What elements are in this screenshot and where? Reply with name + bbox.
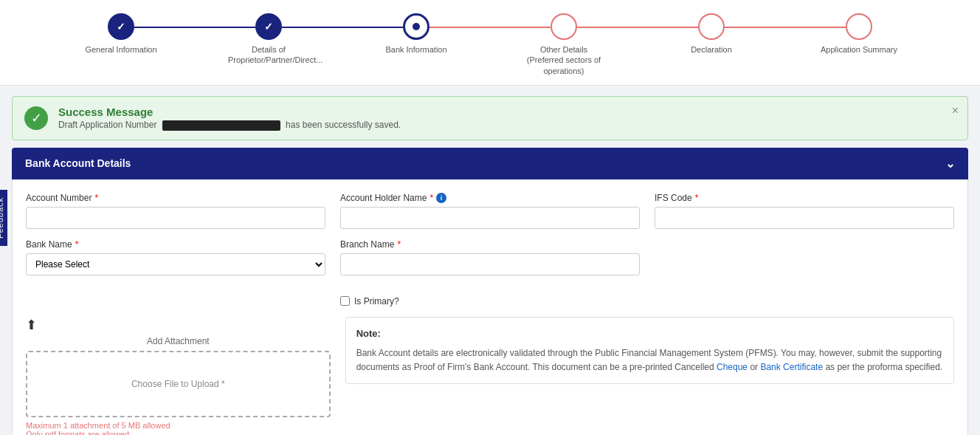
attach-note1: Maximum 1 attachment of 5 MB allowed Onl…: [26, 421, 331, 435]
step-label-3: Bank Information: [385, 44, 446, 55]
feedback-label: Feedback: [0, 196, 4, 238]
required-star-4: *: [75, 239, 79, 250]
step-circle-2: ✓: [255, 13, 282, 40]
account-holder-input[interactable]: [340, 207, 640, 229]
account-holder-col: Account Holder Name * i: [340, 193, 640, 229]
upload-icon: ⬆: [26, 317, 331, 333]
required-star-3: *: [695, 193, 699, 203]
feedback-tab[interactable]: Feedback: [0, 189, 7, 245]
step-proprietor[interactable]: ✓ Details of Proprietor/Partner/Direct..…: [195, 13, 342, 66]
attachment-section: ⬆ Add Attachment Choose File to Upload *…: [26, 317, 331, 435]
form-row-3: ⬆ Add Attachment Choose File to Upload *…: [26, 317, 954, 435]
note-link-cheque[interactable]: Cheque: [717, 362, 748, 372]
step-bank-info[interactable]: Bank Information: [342, 13, 490, 55]
step-label-2: Details of Proprietor/Partner/Direct...: [228, 44, 309, 66]
ifsc-input[interactable]: [655, 207, 954, 229]
step-general-info[interactable]: ✓ General Information: [47, 13, 195, 55]
step-circle-4: [551, 13, 577, 40]
ifsc-col: IFS Code *: [655, 193, 954, 229]
branch-name-label: Branch Name *: [340, 239, 640, 250]
required-star-2: *: [429, 193, 433, 203]
bank-name-select[interactable]: Please Select: [26, 253, 325, 275]
step-declaration[interactable]: Declaration: [638, 13, 785, 55]
note-text: Bank Account details are electronically …: [356, 348, 943, 372]
dropzone-label: Choose File to Upload *: [131, 379, 225, 389]
step-label-6: Application Summary: [821, 44, 897, 55]
is-primary-row: Is Primary?: [340, 296, 640, 306]
required-star-1: *: [94, 193, 98, 203]
connector-3: [429, 27, 551, 28]
step-label-5: Declaration: [691, 44, 732, 55]
connector-4: [577, 27, 698, 28]
success-icon: ✓: [24, 106, 48, 130]
stepper-container: ✓ General Information ✓ Details of Propr…: [0, 0, 980, 86]
account-holder-label: Account Holder Name * i: [340, 193, 640, 203]
info-icon[interactable]: i: [436, 193, 446, 203]
step-other-details[interactable]: Other Details (Preferred sectors of oper…: [490, 13, 638, 76]
is-primary-checkbox[interactable]: [340, 296, 350, 306]
file-dropzone[interactable]: Choose File to Upload *: [26, 351, 331, 417]
step-circle-1: ✓: [108, 13, 134, 40]
note-title: Note:: [356, 326, 943, 342]
form-row-1: Account Number * Account Holder Name * i…: [26, 193, 954, 229]
step-label-1: General Information: [85, 44, 156, 55]
chevron-down-icon: ⌄: [945, 157, 955, 171]
success-title: Success Message: [58, 106, 401, 118]
step-label-4: Other Details (Preferred sectors of oper…: [523, 44, 604, 76]
note-link-bank-certificate[interactable]: Bank Certificate: [760, 362, 823, 372]
step-app-summary[interactable]: Application Summary: [785, 13, 933, 55]
section-title: Bank Account Details: [25, 157, 131, 169]
note-col: Note: Bank Account details are electroni…: [345, 317, 954, 435]
branch-name-col: Branch Name * Is Primary?: [340, 239, 640, 306]
account-number-label: Account Number *: [26, 193, 325, 203]
is-primary-label[interactable]: Is Primary?: [354, 296, 399, 306]
success-close-button[interactable]: ×: [952, 104, 959, 117]
branch-name-input[interactable]: [340, 253, 640, 275]
note-box: Note: Bank Account details are electroni…: [345, 317, 954, 384]
form-row-2: Bank Name * Please Select Branch Name * …: [26, 239, 954, 306]
connector-5: [725, 27, 846, 28]
connector-1: [134, 27, 255, 28]
step-circle-3: [403, 13, 429, 40]
bank-name-col: Bank Name * Please Select: [26, 239, 325, 306]
account-number-col: Account Number *: [26, 193, 325, 229]
placeholder-col: [655, 239, 954, 306]
section-header[interactable]: Bank Account Details ⌄: [12, 148, 968, 179]
success-content: Success Message Draft Application Number…: [58, 106, 401, 131]
required-star-5: *: [397, 239, 401, 250]
bank-name-label: Bank Name *: [26, 239, 325, 250]
connector-2: [282, 27, 403, 28]
stepper: ✓ General Information ✓ Details of Propr…: [47, 13, 933, 76]
redacted-app-number: [162, 120, 280, 131]
success-suffix: has been successfully saved.: [286, 120, 401, 130]
success-banner: ✓ Success Message Draft Application Numb…: [12, 96, 968, 140]
account-number-input[interactable]: [26, 207, 325, 229]
success-subtitle: Draft Application Number has been succes…: [58, 120, 401, 131]
section-body: Account Number * Account Holder Name * i…: [12, 179, 968, 435]
step-circle-5: [698, 13, 725, 40]
step-circle-6: [846, 13, 872, 40]
success-prefix: Draft Application Number: [58, 120, 156, 130]
ifsc-label: IFS Code *: [655, 193, 954, 203]
attach-label: Add Attachment: [26, 336, 331, 346]
